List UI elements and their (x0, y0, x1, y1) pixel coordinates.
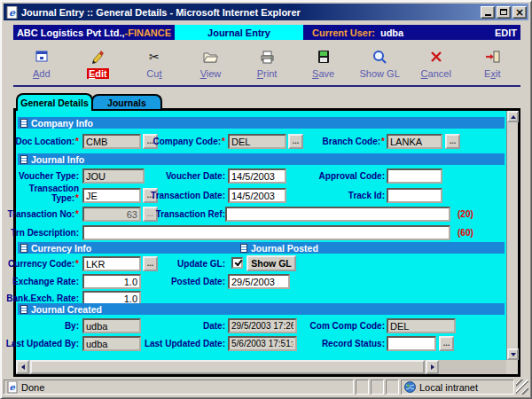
branch-code-lookup-button[interactable]: ... (445, 134, 460, 149)
edit-pencil-icon (90, 49, 106, 65)
arrow-left-icon (21, 364, 25, 370)
division-name: -FINANCE (125, 27, 172, 38)
show-gl-magnifier-icon (372, 49, 387, 65)
currency-code-input[interactable] (82, 256, 141, 271)
window-title: Journal Entry :: General Details - Micro… (21, 7, 481, 18)
branch-code-input[interactable] (387, 134, 442, 149)
posted-date-label: Posted Date: (171, 277, 225, 286)
voucher-date-input[interactable] (228, 168, 286, 184)
cut-button[interactable]: ✂ Cut (126, 43, 183, 84)
transaction-no-input[interactable] (82, 207, 141, 222)
toolbar: Add Edit ✂ Cut View Print (13, 43, 520, 84)
tab-journals[interactable]: Journals (91, 94, 162, 109)
created-by-label: By: (65, 321, 79, 331)
last-updated-date-label: Last Updated Date: (145, 339, 225, 348)
security-zone-panel: Local intranet (401, 379, 514, 395)
minimize-icon (485, 14, 491, 16)
doc-location-label: Doc Location:* (15, 137, 79, 146)
created-by-input[interactable] (82, 318, 141, 333)
approval-code-label: Approval Code: (319, 171, 385, 181)
last-updated-by-label: Last Updated By: (6, 339, 79, 348)
maximize-icon (500, 9, 507, 15)
exchange-rate-input[interactable] (82, 274, 141, 289)
status-text: Done (21, 382, 44, 393)
edit-label: Edit (87, 68, 109, 79)
company-info-header: Company Info (18, 117, 505, 129)
horizontal-scroll-thumb[interactable] (30, 360, 425, 374)
exchange-rate-label: Exchange Rate: (12, 277, 79, 286)
view-button[interactable]: View (183, 43, 239, 84)
transaction-ref-input[interactable] (225, 207, 450, 222)
voucher-type-input[interactable] (82, 168, 145, 184)
scroll-left-button[interactable] (16, 360, 29, 374)
show-gl-button[interactable]: Show GL (351, 43, 408, 84)
last-updated-date-input[interactable] (228, 336, 297, 351)
add-label: Add (33, 68, 51, 79)
exit-label: Exit (484, 68, 500, 79)
show-gl-form-button[interactable]: Show GL (246, 255, 296, 271)
vertical-scrollbar[interactable] (506, 111, 518, 360)
update-gl-checkbox[interactable] (231, 257, 243, 269)
journal-info-header: Journal Info (18, 153, 505, 165)
add-form-icon (34, 49, 50, 65)
company-info-title: Company Info (31, 118, 93, 129)
arrow-down-icon (511, 353, 516, 356)
cut-label: Cut (146, 68, 161, 79)
mode-badge: EDIT (495, 27, 517, 38)
trn-description-input[interactable] (82, 225, 450, 240)
transaction-type-input[interactable] (82, 188, 141, 203)
transaction-no-label: Transaction No:* (8, 209, 79, 219)
scroll-up-button[interactable] (507, 111, 519, 122)
session-banner: Current User: udba EDIT (303, 25, 520, 40)
close-button[interactable]: × (512, 6, 527, 19)
print-button[interactable]: Print (239, 43, 295, 84)
currency-code-label: Currency Code:* (8, 259, 79, 269)
maximize-button[interactable] (497, 6, 511, 19)
currency-code-lookup-button[interactable]: ... (143, 256, 158, 271)
track-id-input[interactable] (387, 188, 442, 203)
horizontal-scrollbar[interactable] (16, 360, 506, 374)
minimize-button[interactable] (481, 6, 495, 19)
approval-code-input[interactable] (387, 168, 442, 184)
intranet-globe-icon (404, 381, 416, 393)
cancel-button[interactable]: Cancel (408, 43, 465, 84)
journal-created-header: Journal Created (18, 303, 505, 315)
journal-info-title: Journal Info (31, 154, 84, 165)
transaction-date-input[interactable] (228, 188, 286, 203)
transaction-type-label: Transaction Type:* (15, 184, 79, 203)
scroll-down-button[interactable] (507, 348, 519, 360)
voucher-type-label: Voucher Type: (19, 171, 79, 181)
exit-button[interactable]: Exit (465, 43, 521, 84)
company-code-input[interactable] (228, 134, 286, 149)
journal-posted-title: Journal Posted (251, 243, 318, 254)
company-code-label: Company Code:* (153, 137, 225, 146)
journal-posted-header: Journal Posted (240, 243, 318, 254)
com-comp-code-input[interactable] (387, 318, 456, 333)
last-updated-by-input[interactable] (82, 336, 141, 351)
save-button[interactable]: Save (295, 43, 352, 84)
section-page-icon (20, 244, 27, 253)
created-date-input[interactable] (228, 318, 297, 333)
company-code-lookup-button[interactable]: ... (288, 134, 303, 149)
update-gl-label: Update GL: (177, 259, 225, 269)
tab-general-details[interactable]: General Details (16, 93, 93, 111)
zone-text: Local intranet (419, 382, 478, 393)
svg-text:e: e (10, 382, 16, 392)
view-label: View (200, 68, 222, 79)
posted-date-input[interactable] (228, 274, 290, 289)
show-gl-label: Show GL (360, 68, 400, 79)
add-button[interactable]: Add (13, 43, 70, 84)
scroll-right-button[interactable] (426, 360, 439, 374)
trn-description-label: Trn Description: (11, 228, 79, 238)
close-icon: × (515, 8, 524, 17)
resize-grip[interactable] (516, 379, 528, 395)
status-cell (356, 379, 369, 395)
status-panel: e Done (4, 379, 354, 395)
record-status-lookup-button[interactable]: ... (439, 336, 454, 351)
page-status-icon: e (7, 381, 18, 394)
title-bar[interactable]: e Journal Entry :: General Details - Mic… (4, 4, 528, 20)
record-status-input[interactable] (387, 336, 436, 351)
browser-window: e Journal Entry :: General Details - Mic… (0, 0, 532, 399)
edit-button[interactable]: Edit (70, 43, 127, 84)
doc-location-input[interactable] (82, 134, 141, 149)
